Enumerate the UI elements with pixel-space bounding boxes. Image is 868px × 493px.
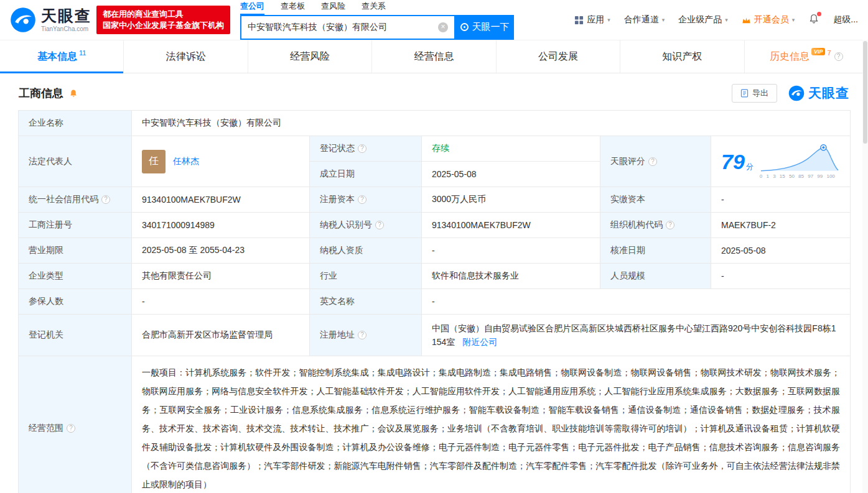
label-establish-date: 成立日期 [310,162,422,187]
score-distribution-chart [760,144,839,172]
info-icon[interactable] [358,331,366,339]
search-button-label: 天眼一下 [472,21,510,33]
label-org-code: 组织机构代码 [600,213,711,238]
field-value: 其他有限责任公司 [142,270,212,280]
clear-search-icon[interactable] [438,22,448,32]
label-staff-size: 人员规模 [600,264,711,289]
value-org-code: MAEK7BUF-2 [711,213,851,238]
nav-cooperation-label: 合作通道 [624,14,659,25]
search-box [240,15,455,40]
nav-enterprise[interactable]: 企业级产品 [678,14,728,25]
watermark-label: 天眼查 [808,85,849,102]
field-label: 实缴资本 [610,194,645,204]
field-label: 工商注册号 [29,219,72,229]
field-value: 中安智联汽车科技（安徽）有限公司 [142,117,281,127]
chevron-down-icon [607,17,610,23]
notifications-bell[interactable] [808,13,819,27]
label-approval-date: 核准日期 [600,238,711,264]
legal-rep-link[interactable]: 任林杰 [173,156,199,167]
table-row: 经营范围 一般项目：计算机系统服务；软件开发；智能控制系统集成；集成电路设计；集… [19,356,851,493]
field-label: 纳税人资质 [320,245,363,255]
legal-rep-avatar: 任 [142,150,166,173]
tab-legal-proceedings[interactable]: 法律诉讼 [124,40,248,73]
value-reg-status: 存续 [422,136,600,162]
field-value: 2025-05-08 至 2055-04-23 [142,245,245,255]
tab-company-development[interactable]: 公司发展 [497,40,620,73]
user-menu[interactable]: 超级... [833,14,858,25]
nav-vip[interactable]: 开通会员 [742,14,795,25]
field-value: 91340100MAEK7BUF2W [142,195,241,205]
scrollbar-track[interactable] [862,40,868,493]
nav-cooperation[interactable]: 合作通道 [624,14,665,25]
info-icon[interactable] [834,52,843,61]
label-taxpayer-id: 纳税人识别号 [310,213,422,238]
info-icon[interactable] [358,195,366,204]
field-label: 英文名称 [320,296,355,306]
table-row: 统一社会信用代码 91340100MAEK7BUF2W 注册资本 3000万人民… [19,187,851,213]
business-info-table: 企业名称 中安智联汽车科技（安徽）有限公司 法定代表人 任 任林杰 登记状态 存… [18,110,851,493]
nav-enterprise-label: 企业级产品 [678,14,722,25]
tianyancha-logo-icon [10,7,36,33]
value-reg-capital: 3000万人民币 [422,187,600,213]
section-header: 工商信息 导出 天眼查 [0,73,868,110]
search-tab-risk[interactable]: 查风险 [321,1,345,14]
label-credit-code: 统一社会信用代码 [19,187,132,213]
label-reg-number: 工商注册号 [19,213,132,238]
tab-label: 基本信息 [37,50,77,63]
search-button[interactable]: 天眼一下 [455,15,514,40]
search-tab-relation[interactable]: 查关系 [362,1,386,14]
table-row: 法定代表人 任 任林杰 登记状态 存续 天眼评分 79分 [19,136,851,162]
tab-label: 经营信息 [414,50,454,63]
export-button[interactable]: 导出 [732,84,777,103]
info-icon[interactable] [648,157,657,166]
score-number: 79 [721,150,745,173]
tab-intellectual-property[interactable]: 知识产权 [620,40,744,73]
chevron-down-icon [792,17,795,23]
subscribe-bell-icon[interactable] [68,88,78,99]
value-staff-size: - [711,264,851,289]
nearby-companies-link[interactable]: 附近公司 [462,337,497,347]
score-chart: 0 1 3 15 50 85 97 99 100 [760,144,839,179]
field-value: 一般项目：计算机系统服务；软件开发；智能控制系统集成；集成电路设计；集成电路制造… [142,363,840,493]
field-label: 经营范围 [29,423,63,433]
tab-operating-info[interactable]: 经营信息 [372,40,496,73]
tab-label: 经营风险 [290,50,330,63]
field-value: 340171000914989 [142,220,215,230]
tab-history-info[interactable]: 历史信息 VIP 7 [745,40,868,73]
value-approval-date: 2025-05-08 [711,238,851,264]
label-tyc-score: 天眼评分 [600,136,711,187]
info-icon[interactable] [358,144,366,153]
tab-count: 7 [827,49,831,57]
field-value: 软件和信息技术服务业 [432,270,519,280]
search-input[interactable] [248,22,438,32]
field-value: MAEK7BUF-2 [721,220,776,230]
info-icon[interactable] [666,221,674,229]
search-tab-boss[interactable]: 查老板 [281,1,305,14]
label-business-term: 营业期限 [19,238,132,264]
tab-bar: 基本信息 11 法律诉讼 经营风险 经营信息 公司发展 知识产权 历史信息 VI… [0,40,868,73]
scrollbar-thumb[interactable] [863,41,867,144]
field-label: 登记状态 [320,143,355,153]
field-label: 参保人数 [29,296,63,306]
top-bar: 天眼查 TianYanCha.com 都在用的商业查询工具 国家中小企业发展子基… [0,0,868,40]
value-reg-address: 中国（安徽）自由贸易试验区合肥片区高新区块城西桥社区服务中心望江西路920号中安… [422,315,851,356]
label-english-name: 英文名称 [310,289,422,315]
notification-dot [817,12,821,16]
field-label: 统一社会信用代码 [29,194,98,204]
tab-basic-info[interactable]: 基本信息 11 [0,40,124,73]
tianyancha-logo[interactable]: 天眼查 TianYanCha.com [10,7,91,33]
nav-apps[interactable]: 应用 [574,14,610,25]
info-icon[interactable] [67,424,75,433]
tab-operating-risk[interactable]: 经营风险 [248,40,372,73]
table-row: 营业期限 2025-05-08 至 2055-04-23 纳税人资质 - 核准日… [19,238,851,264]
info-icon[interactable] [375,221,384,229]
grid-icon [574,16,584,25]
info-icon[interactable] [101,195,110,204]
nav-vip-label: 开通会员 [754,14,789,25]
field-value: - [721,195,724,205]
value-legal-rep: 任 任林杰 [132,136,310,187]
tianyancha-watermark[interactable]: 天眼查 [788,85,849,102]
search-tab-company[interactable]: 查公司 [240,1,264,15]
value-business-term: 2025-05-08 至 2055-04-23 [132,238,310,264]
brand-name: 天眼查 [41,8,91,24]
